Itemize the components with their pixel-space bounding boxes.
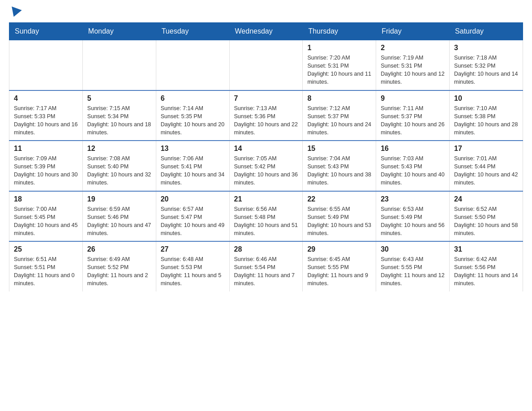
table-row: 29Sunrise: 6:45 AMSunset: 5:55 PMDayligh… — [303, 241, 376, 291]
day-info: Sunrise: 6:51 AMSunset: 5:51 PMDaylight:… — [14, 255, 78, 288]
day-info: Sunrise: 6:46 AMSunset: 5:54 PMDaylight:… — [234, 255, 298, 288]
day-number: 15 — [307, 145, 371, 153]
day-number: 27 — [161, 245, 225, 253]
day-number: 18 — [14, 195, 78, 203]
day-number: 12 — [87, 145, 151, 153]
col-friday: Friday — [376, 23, 450, 40]
col-wednesday: Wednesday — [229, 23, 303, 40]
day-info: Sunrise: 7:01 AMSunset: 5:44 PMDaylight:… — [454, 154, 518, 187]
table-row: 7Sunrise: 7:13 AMSunset: 5:36 PMDaylight… — [229, 90, 303, 141]
table-row: 21Sunrise: 6:56 AMSunset: 5:48 PMDayligh… — [229, 191, 303, 242]
day-number: 24 — [454, 195, 518, 203]
day-number: 13 — [161, 145, 225, 153]
table-row: 27Sunrise: 6:48 AMSunset: 5:53 PMDayligh… — [156, 241, 229, 291]
day-info: Sunrise: 7:12 AMSunset: 5:37 PMDaylight:… — [307, 104, 371, 137]
day-info: Sunrise: 7:18 AMSunset: 5:32 PMDaylight:… — [454, 54, 518, 86]
day-info: Sunrise: 6:43 AMSunset: 5:55 PMDaylight:… — [381, 255, 445, 288]
day-number: 4 — [14, 94, 78, 103]
calendar-week-5: 25Sunrise: 6:51 AMSunset: 5:51 PMDayligh… — [9, 241, 523, 291]
day-info: Sunrise: 7:00 AMSunset: 5:45 PMDaylight:… — [14, 205, 78, 238]
day-info: Sunrise: 6:56 AMSunset: 5:48 PMDaylight:… — [234, 205, 298, 238]
table-row: 13Sunrise: 7:06 AMSunset: 5:41 PMDayligh… — [156, 141, 229, 191]
day-number: 16 — [381, 145, 445, 153]
day-info: Sunrise: 7:09 AMSunset: 5:39 PMDaylight:… — [14, 154, 78, 187]
day-info: Sunrise: 7:05 AMSunset: 5:42 PMDaylight:… — [234, 154, 298, 187]
table-row: 10Sunrise: 7:10 AMSunset: 5:38 PMDayligh… — [450, 90, 523, 141]
col-thursday: Thursday — [303, 23, 376, 40]
day-number: 9 — [381, 94, 445, 103]
table-row: 28Sunrise: 6:46 AMSunset: 5:54 PMDayligh… — [229, 241, 303, 291]
day-info: Sunrise: 6:48 AMSunset: 5:53 PMDaylight:… — [161, 255, 225, 288]
day-number: 3 — [454, 44, 518, 52]
day-number: 17 — [454, 145, 518, 153]
table-row: 9Sunrise: 7:11 AMSunset: 5:37 PMDaylight… — [376, 90, 450, 141]
table-row: 15Sunrise: 7:04 AMSunset: 5:43 PMDayligh… — [303, 141, 376, 191]
day-info: Sunrise: 6:45 AMSunset: 5:55 PMDaylight:… — [307, 255, 371, 288]
table-row: 18Sunrise: 7:00 AMSunset: 5:45 PMDayligh… — [9, 191, 83, 242]
day-number: 21 — [234, 195, 298, 203]
calendar-table: Sunday Monday Tuesday Wednesday Thursday… — [9, 22, 523, 291]
day-number: 2 — [381, 44, 445, 52]
table-row: 14Sunrise: 7:05 AMSunset: 5:42 PMDayligh… — [229, 141, 303, 191]
day-info: Sunrise: 7:19 AMSunset: 5:31 PMDaylight:… — [381, 54, 445, 86]
table-row: 22Sunrise: 6:55 AMSunset: 5:49 PMDayligh… — [303, 191, 376, 242]
calendar-header-row: Sunday Monday Tuesday Wednesday Thursday… — [9, 23, 523, 40]
day-info: Sunrise: 7:17 AMSunset: 5:33 PMDaylight:… — [14, 104, 78, 137]
day-number: 29 — [307, 245, 371, 253]
table-row: 31Sunrise: 6:42 AMSunset: 5:56 PMDayligh… — [450, 241, 523, 291]
day-number: 7 — [234, 94, 298, 103]
day-number: 26 — [87, 245, 151, 253]
table-row: 17Sunrise: 7:01 AMSunset: 5:44 PMDayligh… — [450, 141, 523, 191]
table-row: 24Sunrise: 6:52 AMSunset: 5:50 PMDayligh… — [450, 191, 523, 242]
table-row: 23Sunrise: 6:53 AMSunset: 5:49 PMDayligh… — [376, 191, 450, 242]
table-row: 4Sunrise: 7:17 AMSunset: 5:33 PMDaylight… — [9, 90, 83, 141]
logo-text — [9, 9, 22, 18]
table-row: 12Sunrise: 7:08 AMSunset: 5:40 PMDayligh… — [82, 141, 156, 191]
table-row: 25Sunrise: 6:51 AMSunset: 5:51 PMDayligh… — [9, 241, 83, 291]
col-saturday: Saturday — [450, 23, 523, 40]
day-info: Sunrise: 7:04 AMSunset: 5:43 PMDaylight:… — [307, 154, 371, 187]
day-info: Sunrise: 7:06 AMSunset: 5:41 PMDaylight:… — [161, 154, 225, 187]
logo — [9, 9, 22, 18]
day-info: Sunrise: 6:42 AMSunset: 5:56 PMDaylight:… — [454, 255, 518, 288]
day-info: Sunrise: 6:59 AMSunset: 5:46 PMDaylight:… — [87, 205, 151, 238]
table-row: 30Sunrise: 6:43 AMSunset: 5:55 PMDayligh… — [376, 241, 450, 291]
day-info: Sunrise: 6:57 AMSunset: 5:47 PMDaylight:… — [161, 205, 225, 238]
table-row: 20Sunrise: 6:57 AMSunset: 5:47 PMDayligh… — [156, 191, 229, 242]
table-row: 26Sunrise: 6:49 AMSunset: 5:52 PMDayligh… — [82, 241, 156, 291]
table-row — [82, 40, 156, 90]
day-info: Sunrise: 7:15 AMSunset: 5:34 PMDaylight:… — [87, 104, 151, 137]
day-number: 10 — [454, 94, 518, 103]
col-sunday: Sunday — [9, 23, 83, 40]
day-number: 28 — [234, 245, 298, 253]
day-number: 14 — [234, 145, 298, 153]
day-info: Sunrise: 6:53 AMSunset: 5:49 PMDaylight:… — [381, 205, 445, 238]
day-info: Sunrise: 7:20 AMSunset: 5:31 PMDaylight:… — [307, 54, 371, 86]
table-row: 8Sunrise: 7:12 AMSunset: 5:37 PMDaylight… — [303, 90, 376, 141]
table-row: 11Sunrise: 7:09 AMSunset: 5:39 PMDayligh… — [9, 141, 83, 191]
day-number: 22 — [307, 195, 371, 203]
day-info: Sunrise: 7:13 AMSunset: 5:36 PMDaylight:… — [234, 104, 298, 137]
day-number: 19 — [87, 195, 151, 203]
day-number: 8 — [307, 94, 371, 103]
day-number: 6 — [161, 94, 225, 103]
logo-triangle-icon — [9, 6, 21, 18]
calendar-week-1: 1Sunrise: 7:20 AMSunset: 5:31 PMDaylight… — [9, 40, 523, 90]
table-row — [9, 40, 83, 90]
table-row: 3Sunrise: 7:18 AMSunset: 5:32 PMDaylight… — [450, 40, 523, 90]
day-info: Sunrise: 7:08 AMSunset: 5:40 PMDaylight:… — [87, 154, 151, 187]
day-info: Sunrise: 6:52 AMSunset: 5:50 PMDaylight:… — [454, 205, 518, 238]
table-row: 2Sunrise: 7:19 AMSunset: 5:31 PMDaylight… — [376, 40, 450, 90]
day-number: 25 — [14, 245, 78, 253]
calendar-week-3: 11Sunrise: 7:09 AMSunset: 5:39 PMDayligh… — [9, 141, 523, 191]
table-row — [156, 40, 229, 90]
day-info: Sunrise: 6:49 AMSunset: 5:52 PMDaylight:… — [87, 255, 151, 288]
day-info: Sunrise: 7:10 AMSunset: 5:38 PMDaylight:… — [454, 104, 518, 137]
day-info: Sunrise: 7:14 AMSunset: 5:35 PMDaylight:… — [161, 104, 225, 137]
col-monday: Monday — [82, 23, 156, 40]
calendar-week-2: 4Sunrise: 7:17 AMSunset: 5:33 PMDaylight… — [9, 90, 523, 141]
table-row: 5Sunrise: 7:15 AMSunset: 5:34 PMDaylight… — [82, 90, 156, 141]
day-info: Sunrise: 7:03 AMSunset: 5:43 PMDaylight:… — [381, 154, 445, 187]
col-tuesday: Tuesday — [156, 23, 229, 40]
calendar-week-4: 18Sunrise: 7:00 AMSunset: 5:45 PMDayligh… — [9, 191, 523, 242]
